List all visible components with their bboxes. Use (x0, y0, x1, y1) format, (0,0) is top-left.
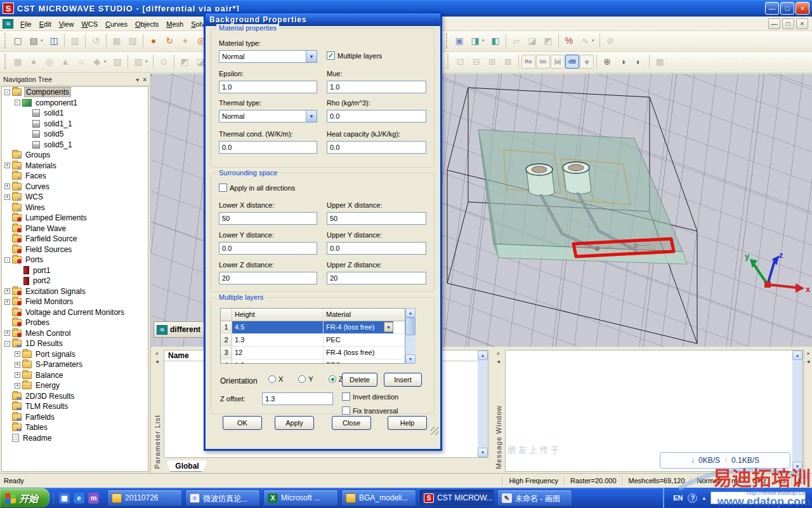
tree-item-solid1-1[interactable]: solid1_1 (2, 119, 148, 130)
restore-button[interactable]: □ (780, 2, 794, 15)
collapse-icon[interactable]: - (4, 90, 10, 95)
invert-direction-checkbox[interactable]: Invert direction (342, 392, 398, 401)
scroll-up-icon[interactable]: ▲ (405, 308, 416, 318)
macro-icon[interactable]: ▦ (109, 33, 124, 48)
expand-icon[interactable]: + (15, 351, 20, 357)
abort-solver-icon[interactable]: ⊘ (603, 33, 618, 48)
plot-magnitude-icon[interactable]: |a| (551, 55, 565, 69)
taskbar-button-20110726[interactable]: 20110726 (107, 490, 182, 506)
tree-item-solid1[interactable]: solid1 (2, 108, 148, 119)
right-dock-handle[interactable]: × ◂ (804, 349, 812, 473)
expand-icon[interactable]: + (15, 362, 20, 368)
tree-item-plane-wave[interactable]: Plane Wave (2, 224, 148, 234)
resize-grip[interactable] (431, 427, 439, 435)
help-button[interactable]: Help (388, 416, 427, 430)
history-icon[interactable]: ▧ (125, 33, 140, 48)
paste-icon[interactable]: ▥ (67, 33, 82, 48)
tree-item-faces[interactable]: Faces (2, 171, 148, 182)
tree-item-balance[interactable]: +Balance (2, 370, 148, 381)
apply-all-directions-checkbox[interactable]: Apply in all directions (219, 184, 295, 192)
taskbar-button-microsoft[interactable]: XMicrosoft ... (263, 490, 338, 506)
open-plot-icon[interactable]: ◪ (525, 33, 540, 48)
tree-item-groups[interactable]: Groups (2, 150, 148, 161)
dropdown-arrow-icon[interactable]: ▾ (104, 59, 109, 64)
menu-edit[interactable]: Edit (36, 18, 55, 30)
mdi-minimize-button[interactable]: — (768, 18, 780, 29)
panel-collapse-icon[interactable]: ◂ (497, 358, 500, 366)
tree-item-2d-3d-results[interactable]: 2D/3D Results (2, 391, 148, 402)
heat-capacity-field[interactable]: 0.0 (327, 141, 426, 154)
menu-objects[interactable]: Objects (131, 18, 162, 30)
panel-close-icon[interactable]: × (806, 351, 809, 358)
insert-button[interactable]: Insert (384, 373, 422, 387)
tree-item-field-monitors[interactable]: +Field Monitors (2, 297, 148, 307)
dropdown-arrow-icon[interactable]: ▾ (482, 38, 487, 43)
scroll-down-icon[interactable]: ▼ (405, 354, 416, 364)
ok-button[interactable]: OK (223, 416, 262, 430)
start-button[interactable]: 开始 (0, 488, 49, 507)
tree-item-materials[interactable]: +Materials (2, 161, 148, 171)
rotate-view-icon[interactable]: ↻ (162, 33, 177, 48)
scroll-up-icon[interactable]: ▲ (478, 351, 488, 360)
chart-3d-icon[interactable]: ◐ (631, 54, 646, 69)
clear-picks-icon[interactable]: ⊠ (501, 54, 516, 69)
expand-icon[interactable]: + (4, 330, 10, 336)
fix-transversal-checkbox[interactable]: Fix transversal (342, 406, 398, 415)
scroll-up-icon[interactable]: ▲ (792, 351, 802, 360)
tree-item-farfields[interactable]: Farfields (2, 412, 148, 423)
quick-launch-ie-icon[interactable]: e (74, 493, 84, 504)
orientation-radio-z[interactable]: Z (329, 375, 343, 383)
menu-wcs[interactable]: WCS (77, 18, 102, 30)
message-window-scrollbar[interactable]: ▲ ▼ (792, 351, 802, 471)
close-button[interactable]: Close (332, 416, 371, 430)
torus-shape-icon[interactable]: ◎ (42, 54, 57, 69)
material-dropdown-icon[interactable]: ▼ (384, 322, 393, 332)
tree-item-port1[interactable]: port1 (2, 265, 148, 276)
tree-item-readme[interactable]: Readme (2, 433, 148, 444)
dropdown-arrow-icon[interactable]: ▾ (592, 38, 597, 43)
panel-close-icon[interactable]: × (497, 351, 500, 358)
tree-item-solid5-1[interactable]: solid5_1 (2, 140, 148, 150)
shaded-view-icon[interactable]: ● (146, 33, 161, 48)
probe-icon[interactable]: ∿ (577, 33, 593, 48)
delete-button[interactable]: Delete (342, 373, 377, 387)
mdi-child-tab[interactable]: ≈ different (154, 321, 204, 338)
plot-db-icon[interactable]: dB (565, 55, 579, 69)
minimize-button[interactable]: — (765, 2, 779, 15)
plot-real-icon[interactable]: Re (521, 55, 535, 69)
parameter-list-handle[interactable]: × ◂ Parameter List (151, 349, 163, 473)
layers-table[interactable]: HeightMaterial14.5FR-4 (loss free)▼21.3P… (220, 308, 405, 364)
navigation-tree-header[interactable]: Navigation Tree ▾ × (0, 74, 150, 86)
lower-y-field[interactable]: 0.0 (219, 242, 317, 255)
layer-row-4[interactable]: 41.3PEC (221, 359, 405, 364)
tab-global[interactable]: Global (166, 460, 208, 472)
tree-item-tables[interactable]: Tables (2, 422, 148, 433)
panel-close-icon[interactable]: × (155, 351, 159, 358)
collapse-icon[interactable]: - (4, 257, 10, 263)
loft-shape-icon[interactable]: ▨ (131, 54, 146, 69)
panel-menu-icon[interactable]: ▾ (136, 76, 139, 83)
plot-imaginary-icon[interactable]: Im (536, 55, 550, 69)
epsilon-field[interactable]: 1.0 (219, 81, 317, 93)
mirror-shape-icon[interactable]: ◧ (488, 33, 503, 48)
multiple-layers-checkbox[interactable]: ✓ Multiple layers (327, 51, 382, 60)
open-file-icon[interactable]: ▤ (26, 33, 41, 48)
tree-item-port2[interactable]: port2 (2, 276, 148, 286)
scroll-down-icon[interactable]: ▼ (792, 462, 802, 471)
brick-shape-icon[interactable]: ▦ (10, 54, 25, 69)
tree-item-ports[interactable]: -Ports (2, 255, 148, 265)
tree-item-mesh-control[interactable]: +Mesh Control (2, 328, 148, 339)
chevron-down-icon[interactable]: ▼ (306, 110, 317, 122)
pick-face-icon[interactable]: ⊞ (485, 54, 500, 69)
dropdown-arrow-icon[interactable]: ▾ (145, 59, 150, 64)
save-icon[interactable]: ◫ (46, 33, 62, 48)
collapse-icon[interactable]: - (15, 100, 20, 105)
cone-shape-icon[interactable]: ▲ (58, 54, 73, 69)
panel-close-icon[interactable]: × (143, 76, 147, 83)
apply-button[interactable]: Apply (275, 416, 314, 430)
pick-point-icon[interactable]: ⊡ (453, 54, 468, 69)
pick-edge-icon[interactable]: ⊟ (469, 54, 484, 69)
tree-item-1d-results[interactable]: -1D Results (2, 338, 148, 349)
layer-row-3[interactable]: 312FR-4 (loss free) (221, 347, 405, 359)
taskbar-button-cst-microw[interactable]: SCST MICROW... (419, 490, 494, 506)
